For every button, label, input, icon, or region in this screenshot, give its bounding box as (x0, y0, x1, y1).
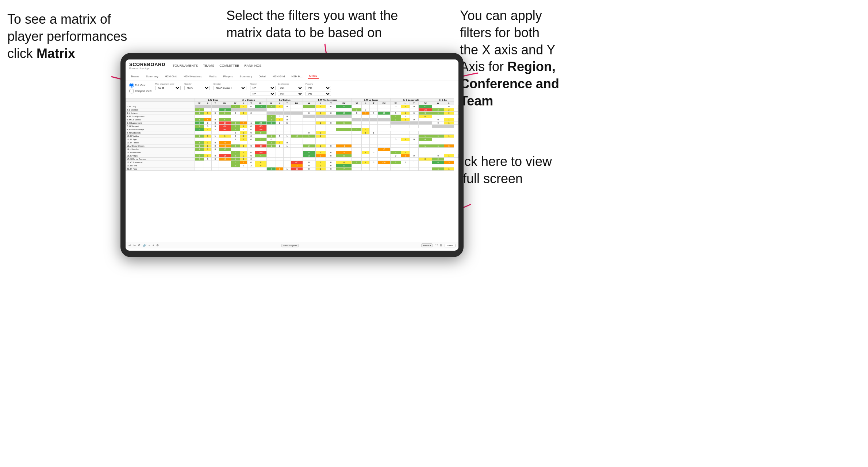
matrix-cell (390, 135, 401, 138)
view-original-button[interactable]: View: Original (281, 244, 299, 247)
matrix-cell (219, 164, 231, 167)
matrix-cell: 1 (195, 118, 204, 121)
region-select-2[interactable]: N/A (250, 92, 276, 96)
division-select[interactable]: NCAA Division I (214, 86, 246, 90)
settings-icon[interactable]: ⚙ (156, 244, 159, 247)
tab-summary2[interactable]: Summary (238, 74, 253, 79)
players-select-1[interactable]: (All) (306, 86, 331, 90)
tablet: SCOREBOARD Powered by clippd TOURNAMENTS… (120, 53, 464, 257)
matrix-cell (362, 118, 370, 121)
sub-tabs: Teams Summary H2H Grid H2H Heatmap Matri… (126, 72, 458, 81)
matrix-cell (291, 128, 303, 131)
matrix-cell (410, 151, 418, 154)
grid-icon[interactable]: ⊞ (440, 244, 442, 247)
matrix-cell: 2 (240, 154, 247, 158)
annotation-topleft: To see a matrix of player performances c… (7, 11, 131, 62)
matrix-cell: 0 (247, 144, 255, 148)
matrix-cell: 0 (390, 154, 401, 158)
matrix-cell: -8 (219, 158, 231, 161)
matrix-cell: 1 (410, 161, 418, 164)
tab-h2hh[interactable]: H2H H... (290, 74, 304, 79)
logo-subtitle: Powered by clippd (129, 67, 165, 70)
matrix-cell (401, 108, 410, 112)
matrix-cell: 0 (231, 135, 240, 138)
compact-view-radio[interactable] (129, 89, 134, 93)
matrix-cell (195, 115, 204, 118)
tab-h2h-grid[interactable]: H2H Grid (164, 74, 178, 79)
players-select-2[interactable]: (All) (306, 92, 331, 96)
fullscreen-icon[interactable]: ⛶ (435, 244, 438, 247)
conference-select-1[interactable]: (All) (278, 86, 303, 90)
matrix-cell (283, 154, 291, 158)
matrix-cell (401, 167, 410, 171)
tab-summary[interactable]: Summary (145, 74, 160, 79)
matrix-col-4: 4. M Thorbjornsen (303, 99, 352, 102)
matrix-cell (378, 115, 391, 118)
matrix-cell (247, 148, 255, 151)
matrix-cell (276, 125, 283, 128)
matrix-cell (231, 148, 240, 151)
zoom-out-icon[interactable]: − (149, 244, 150, 247)
tab-matrix[interactable]: Matrix (207, 74, 218, 79)
matrix-cell: 1 (303, 105, 315, 108)
share-button[interactable]: Share (445, 244, 456, 247)
matrix-cell: 0 (255, 161, 266, 164)
refresh-icon[interactable]: ↺ (138, 244, 141, 247)
matrix-cell (204, 151, 211, 154)
matrix-cell: 0 (219, 135, 231, 138)
matrix-cell (247, 118, 255, 121)
matrix-col-1: 1. W Ding (195, 99, 231, 102)
matrix-cell: 2 (231, 144, 240, 148)
matrix-cell (195, 151, 204, 154)
max-players-select[interactable]: Top 25 (155, 86, 181, 90)
nav-teams[interactable]: TEAMS (203, 63, 214, 68)
matrix-cell: -24 (418, 108, 432, 112)
nav-rankings[interactable]: RANKINGS (244, 63, 261, 68)
matrix-cell: -7 (336, 151, 352, 154)
matrix-cell: 0 (410, 118, 418, 121)
matrix-cell: 2 (362, 128, 370, 131)
tab-h2h-heatmap[interactable]: H2H Heatmap (182, 74, 204, 79)
matrix-cell (401, 141, 410, 144)
matrix-cell (240, 118, 247, 121)
matrix-cell: 1 (315, 121, 326, 125)
tab-h2h-grid2[interactable]: H2H Grid (271, 74, 286, 79)
matrix-cell (336, 118, 352, 121)
matrix-cell: 3 (267, 121, 276, 125)
matrix-cell (276, 108, 283, 112)
matrix-cell: 1 (240, 144, 247, 148)
matrix-cell (315, 128, 326, 131)
matrix-cell: 2 (231, 125, 240, 128)
tab-detail[interactable]: Detail (257, 74, 268, 79)
matrix-cell (267, 125, 276, 128)
tab-players[interactable]: Players (222, 74, 235, 79)
nav-tournaments[interactable]: TOURNAMENTS (173, 63, 198, 68)
tab-teams[interactable]: Teams (129, 74, 141, 79)
matrix-cell (362, 158, 370, 161)
undo-icon[interactable]: ↩ (128, 244, 131, 247)
gender-select[interactable]: Men's (184, 86, 210, 90)
matrix-cell: 0 (204, 125, 211, 128)
full-view-radio[interactable] (129, 83, 134, 88)
matrix-cell (390, 158, 401, 161)
matrix-cell (378, 151, 391, 154)
watch-button[interactable]: Watch ▾ (421, 243, 433, 247)
tab-matrix2[interactable]: Matrix (308, 74, 319, 79)
redo-icon[interactable]: ↪ (133, 244, 136, 247)
matrix-cell (276, 164, 283, 167)
region-select-1[interactable]: N/A (250, 86, 276, 90)
full-view-label[interactable]: Full View (129, 83, 151, 88)
conference-select-2[interactable]: (All) (278, 92, 303, 96)
matrix-cell (276, 148, 283, 151)
zoom-in-icon[interactable]: + (153, 244, 154, 247)
matrix-cell: 1 (315, 112, 326, 115)
compact-view-label[interactable]: Compact View (129, 89, 151, 93)
matrix-cell (211, 108, 219, 112)
link-icon[interactable]: 🔗 (143, 244, 146, 247)
matrix-cell (211, 167, 219, 171)
matrix-cell: 1 (240, 151, 247, 154)
matrix-cell (362, 167, 370, 171)
matrix-cell: 1 (231, 161, 240, 164)
nav-committee[interactable]: COMMITTEE (219, 63, 239, 68)
matrix-cell (255, 115, 266, 118)
